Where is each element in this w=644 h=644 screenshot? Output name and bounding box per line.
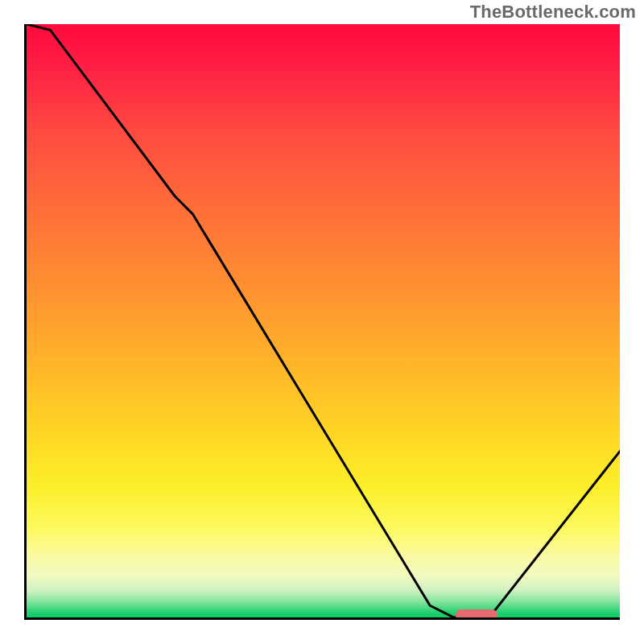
- bottleneck-curve: [27, 24, 620, 617]
- optimal-marker: [456, 609, 497, 620]
- chart-frame: TheBottleneck.com: [0, 0, 644, 644]
- plot-area: [24, 24, 620, 620]
- curve-path: [27, 24, 620, 617]
- watermark-label: TheBottleneck.com: [470, 2, 636, 23]
